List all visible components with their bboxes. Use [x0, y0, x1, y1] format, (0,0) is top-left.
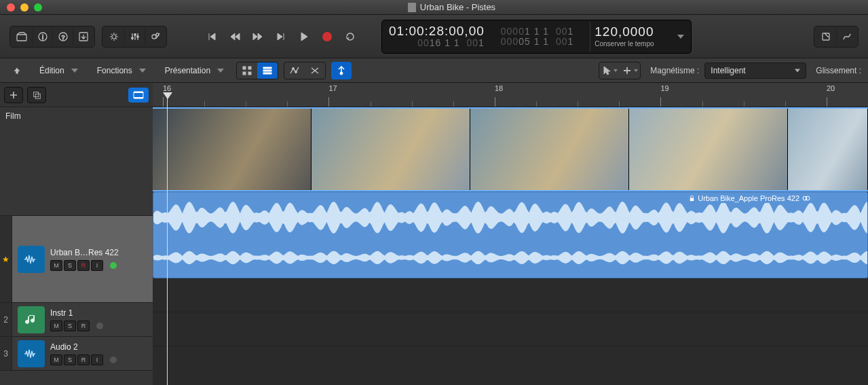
ruler-tick [827, 97, 827, 107]
movie-toggle-button[interactable] [128, 88, 149, 103]
lcd-locator-1[interactable]: 00001 1 1 001 [501, 26, 573, 37]
instrument-track-lane[interactable] [153, 278, 868, 312]
track-s-button[interactable]: S [64, 354, 76, 365]
edit-menu[interactable]: Édition [33, 62, 85, 79]
play-button[interactable] [293, 27, 315, 46]
playhead-icon[interactable] [163, 92, 172, 99]
video-thumbnail [312, 109, 470, 190]
automation-button[interactable] [284, 62, 305, 79]
bar-ruler[interactable]: 1617181920 [153, 83, 868, 107]
lcd-smpte[interactable]: 01:00:28:00,00 [389, 24, 485, 38]
up-level-button[interactable] [7, 62, 27, 79]
close-window-button[interactable] [7, 3, 15, 12]
tracks-area: Film ★Urban B…Res 422MSRI2Instr 1MSR3Aud… [0, 83, 868, 385]
lcd-bars[interactable]: 0016 1 1 001 [389, 38, 485, 48]
film-thumbnail-strip[interactable] [153, 107, 868, 191]
track-header[interactable]: ★Urban B…Res 422MSRI [0, 216, 153, 303]
track-s-button[interactable]: S [64, 320, 76, 331]
ruler-tick [578, 101, 578, 107]
functions-menu[interactable]: Fonctions [90, 62, 153, 79]
track-r-button[interactable]: R [77, 320, 90, 331]
pointer-tool-button[interactable] [599, 62, 620, 79]
instrument-icon [18, 306, 45, 333]
audio-region[interactable]: Urban Bike_Apple ProRes 422 [153, 191, 868, 278]
ruler-tick [495, 97, 495, 107]
window-titlebar: Urban Bike - Pistes [0, 0, 868, 15]
ruler-bar-label: 16 [163, 84, 171, 92]
alt-tool-button[interactable] [620, 62, 640, 79]
track-i-button[interactable]: I [91, 354, 103, 365]
lcd-menu-chevron-icon[interactable] [677, 35, 684, 39]
catch-playhead-button[interactable] [331, 62, 352, 79]
ruler-bar-label: 18 [495, 84, 503, 92]
svg-rect-28 [690, 198, 694, 201]
notepad-button[interactable] [816, 28, 836, 45]
add-track-button[interactable] [4, 87, 23, 103]
svg-point-30 [806, 196, 810, 200]
zoom-window-button[interactable] [34, 3, 42, 12]
track-header[interactable]: 3Audio 2MSRI [0, 337, 153, 371]
ruler-tick [536, 101, 537, 107]
track-name: Audio 2 [50, 342, 117, 352]
lcd-tempo[interactable]: 120,0000 [595, 25, 654, 39]
lcd-locator-2[interactable]: 00005 1 1 001 [501, 37, 573, 47]
video-thumbnail [153, 109, 312, 190]
video-thumbnail [470, 109, 629, 190]
ruler-tick [246, 101, 246, 107]
smart-controls-button[interactable] [104, 28, 124, 45]
region-label-text: Urban Bike_Apple ProRes 422 [698, 194, 799, 202]
grid-view-button[interactable] [237, 62, 257, 79]
svg-text:?: ? [61, 34, 64, 41]
track-m-button[interactable]: M [50, 260, 62, 271]
audio-track-lane-2[interactable] [153, 312, 868, 346]
track-r-button[interactable]: R [77, 260, 90, 271]
list-view-button[interactable] [257, 62, 278, 79]
track-s-button[interactable]: S [64, 260, 76, 271]
forward-button[interactable] [247, 27, 269, 46]
audio-track-lane[interactable]: Urban Bike_Apple ProRes 422 [153, 191, 868, 278]
duplicate-track-button[interactable] [27, 87, 46, 103]
svg-rect-14 [248, 67, 251, 69]
inspector-button[interactable]: i [32, 28, 52, 45]
track-m-button[interactable]: M [50, 354, 62, 365]
track-r-button[interactable]: R [77, 354, 90, 365]
go-to-start-button[interactable] [201, 27, 223, 46]
film-track-header[interactable]: Film [0, 107, 153, 216]
view-menu[interactable]: Présentation [158, 62, 231, 79]
ruler-tick [453, 101, 454, 107]
loop-browser-button[interactable] [836, 28, 856, 45]
document-icon [408, 3, 416, 12]
view-group [102, 26, 167, 48]
download-button[interactable] [73, 28, 93, 45]
playhead-line[interactable] [167, 98, 168, 385]
ruler-tick [702, 101, 703, 107]
track-index: 2 [0, 303, 12, 336]
track-header[interactable]: 2Instr 1MSR [0, 303, 153, 337]
track-index: 3 [0, 337, 12, 370]
record-button[interactable] [316, 27, 338, 46]
track-m-button[interactable]: M [50, 320, 62, 331]
library-button[interactable] [12, 28, 32, 45]
minimize-window-button[interactable] [20, 3, 29, 12]
flex-button[interactable] [305, 62, 325, 79]
go-to-end-button[interactable] [270, 27, 292, 46]
help-button[interactable]: ? [52, 28, 73, 45]
menu-label: Présentation [165, 66, 210, 75]
svg-point-8 [134, 33, 136, 35]
track-buttons: MSRI [50, 260, 119, 271]
editors-button[interactable] [145, 28, 165, 45]
tool-selector [599, 62, 641, 79]
lcd-tempo-label[interactable]: Conserver le tempo [595, 40, 654, 48]
film-track-label: Film [5, 111, 147, 121]
svg-rect-16 [248, 72, 251, 75]
mixer-button[interactable] [124, 28, 145, 45]
timeline[interactable]: 1617181920 Urban Bike_Apple ProRes 422 [153, 83, 868, 385]
cycle-button[interactable] [339, 27, 361, 46]
track-i-button[interactable]: I [91, 260, 103, 271]
ruler-tick [619, 101, 620, 107]
lock-icon [689, 196, 695, 202]
view-mode-toggle [236, 62, 278, 79]
lcd-display[interactable]: 01:00:28:00,00 0016 1 1 001 00001 1 1 00… [381, 20, 692, 54]
rewind-button[interactable] [224, 27, 246, 46]
snap-dropdown[interactable]: Intelligent [704, 62, 806, 79]
